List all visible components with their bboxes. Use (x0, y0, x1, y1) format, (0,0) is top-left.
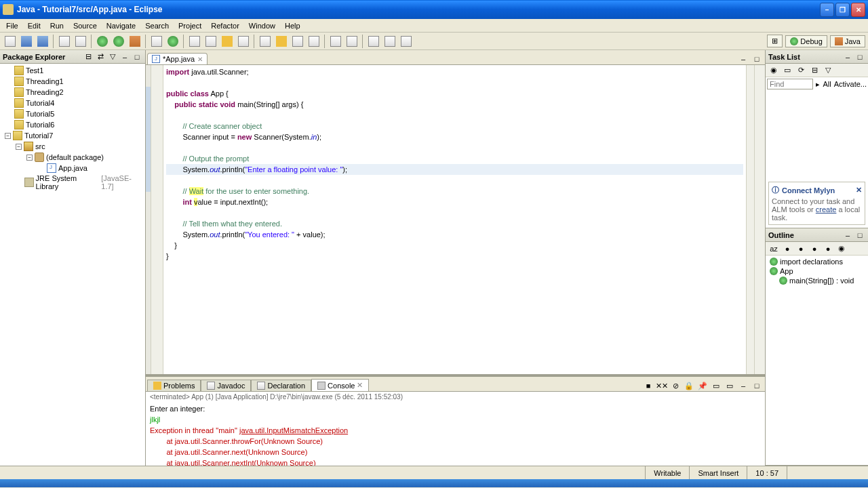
tab-declaration[interactable]: Declaration (251, 380, 311, 391)
ext-tools-button[interactable] (127, 34, 142, 49)
minimize-button[interactable]: – (820, 3, 834, 17)
menu-help[interactable]: Help (280, 20, 305, 31)
editor-minimize-button[interactable]: – (738, 54, 749, 64)
toggle-breadcrumb-button[interactable] (258, 34, 273, 49)
tree-item[interactable]: Tutorial4 (1, 98, 144, 108)
bottom-maximize-button[interactable]: □ (751, 380, 762, 391)
vertical-scrollbar[interactable] (754, 65, 765, 374)
editor-maximize-button[interactable]: □ (751, 54, 762, 64)
console-display-button[interactable]: ▭ (711, 380, 722, 391)
task-find-input[interactable] (767, 79, 813, 89)
outline-tree[interactable]: import declarationsAppmain(String[]) : v… (766, 256, 868, 287)
task-filter-all[interactable]: All (823, 80, 831, 88)
block-select-button[interactable] (290, 34, 305, 49)
mylyn-create-link[interactable]: create (816, 205, 837, 214)
tree-item[interactable]: −src (1, 141, 144, 152)
task-activate[interactable]: Activate... (834, 80, 867, 88)
console-remove-button[interactable]: ✕✕ (656, 380, 667, 391)
back-button[interactable] (382, 34, 397, 49)
last-edit-button[interactable] (366, 34, 381, 49)
console-scroll-lock-button[interactable]: 🔒 (684, 380, 694, 391)
code-editor[interactable]: import java.util.Scanner; public class A… (163, 65, 746, 374)
minimize-view-button[interactable]: – (119, 52, 130, 62)
print-button[interactable] (57, 34, 72, 49)
editor-tab-app[interactable]: *App.java ✕ (147, 53, 208, 64)
tree-item[interactable]: Threading2 (1, 87, 144, 98)
menu-run[interactable]: Run (45, 20, 68, 31)
line-gutter[interactable] (151, 65, 163, 374)
task-sync-button[interactable]: ⟳ (795, 65, 806, 76)
save-button[interactable] (19, 34, 34, 49)
debug-button[interactable] (95, 34, 110, 49)
close-button[interactable]: ✕ (851, 3, 865, 17)
tree-item[interactable]: Threading1 (1, 76, 144, 87)
tree-toggle-icon[interactable]: − (5, 133, 11, 139)
menu-project[interactable]: Project (174, 20, 206, 31)
open-type-button[interactable] (187, 34, 202, 49)
outline-filter4-button[interactable]: ● (823, 243, 833, 254)
task-focus-button[interactable]: ▽ (823, 65, 833, 76)
task-find-go[interactable]: ▸ (816, 80, 820, 89)
tab-console[interactable]: Console ✕ (311, 379, 369, 391)
outline-filter3-button[interactable]: ● (809, 243, 820, 254)
link-editor-button[interactable]: ⇄ (95, 52, 106, 62)
console-pin-button[interactable]: 📌 (697, 380, 708, 391)
forward-button[interactable] (399, 34, 414, 49)
task-list-max-button[interactable]: □ (854, 52, 865, 62)
open-perspective-button[interactable]: ⊞ (767, 35, 783, 47)
console-terminate-button[interactable]: ■ (643, 380, 654, 391)
new-button[interactable] (3, 34, 18, 49)
task-list-min-button[interactable]: – (842, 52, 853, 62)
new-package-button[interactable] (149, 34, 164, 49)
bottom-minimize-button[interactable]: – (738, 380, 749, 391)
console-output[interactable]: Enter an integer: jlkjlException in thre… (146, 402, 765, 466)
mylyn-close-icon[interactable]: ✕ (856, 186, 862, 195)
task-button[interactable] (236, 34, 251, 49)
maximize-view-button[interactable]: □ (132, 52, 142, 62)
tree-item[interactable]: Tutorial6 (1, 119, 144, 130)
outline-max-button[interactable]: □ (854, 230, 865, 241)
show-whitespace-button[interactable] (307, 34, 321, 49)
tree-item[interactable]: −Tutorial7 (1, 130, 144, 141)
task-cat-button[interactable]: ▭ (782, 65, 793, 76)
outline-filter1-button[interactable]: ● (782, 243, 793, 254)
build-button[interactable] (73, 34, 88, 49)
close-tab-icon[interactable]: ✕ (357, 381, 363, 390)
overview-ruler[interactable] (746, 65, 754, 374)
tab-javadoc[interactable]: Javadoc (201, 380, 251, 391)
search-button[interactable] (203, 34, 218, 49)
menu-navigate[interactable]: Navigate (102, 20, 140, 31)
tree-toggle-icon[interactable]: − (16, 144, 22, 150)
java-perspective-button[interactable]: Java (830, 35, 865, 47)
console-clear-button[interactable]: ⊘ (670, 380, 681, 391)
prev-annotation-button[interactable] (344, 34, 359, 49)
close-tab-icon[interactable]: ✕ (197, 56, 203, 63)
stacktrace-link[interactable]: java.util.InputMismatchException (239, 426, 348, 434)
tree-item[interactable]: Tutorial5 (1, 108, 144, 119)
package-explorer-tree[interactable]: Test1Threading1Threading2Tutorial4Tutori… (0, 64, 145, 466)
tab-problems[interactable]: Problems (147, 380, 201, 391)
menu-source[interactable]: Source (68, 20, 102, 31)
outline-min-button[interactable]: – (842, 230, 853, 241)
maximize-button[interactable]: ❐ (835, 3, 850, 17)
windows-taskbar[interactable] (0, 479, 868, 487)
view-menu-button[interactable]: ▽ (107, 52, 118, 62)
tree-item[interactable]: JRE System Library [JavaSE-1.7] (1, 174, 144, 191)
collapse-all-button[interactable]: ⊟ (83, 52, 94, 62)
outline-item[interactable]: App (767, 266, 867, 276)
new-class-button[interactable] (165, 34, 180, 49)
mark-occurrences-button[interactable] (274, 34, 289, 49)
debug-perspective-button[interactable]: Debug (785, 35, 827, 47)
tree-toggle-icon[interactable]: − (26, 155, 33, 161)
outline-sort-button[interactable]: az (768, 243, 779, 254)
menu-search[interactable]: Search (140, 20, 174, 31)
tree-item[interactable]: App.java (1, 163, 144, 174)
folding-ruler[interactable] (146, 65, 151, 374)
menu-file[interactable]: File (1, 20, 23, 31)
outline-item[interactable]: import declarations (767, 257, 867, 266)
run-button[interactable] (111, 34, 126, 49)
save-all-button[interactable] (35, 34, 50, 49)
tree-item[interactable]: Test1 (1, 65, 144, 76)
menu-refactor[interactable]: Refactor (206, 20, 244, 31)
menu-edit[interactable]: Edit (23, 20, 45, 31)
